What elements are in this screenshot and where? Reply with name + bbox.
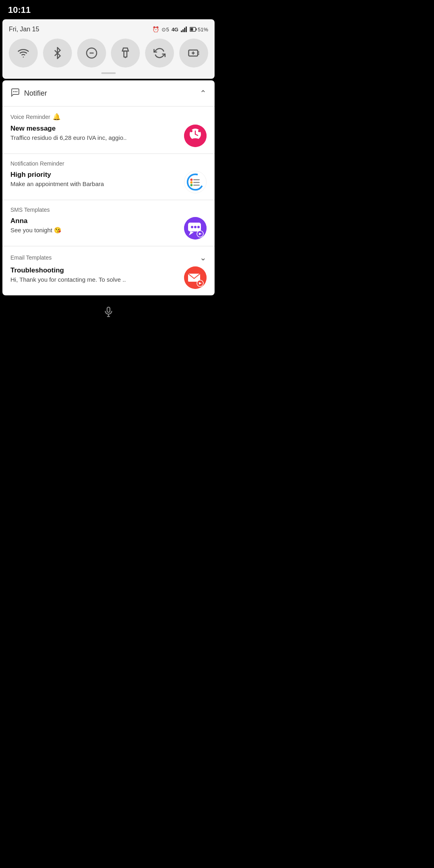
notif-title-sms: Anna [10, 217, 179, 225]
notif-desc-sms: See you tonight 😘 [10, 227, 179, 234]
notifier-header[interactable]: Notifier ⌃ [2, 80, 215, 106]
notif-body-voice-reminder: New message Traffico residuo di 6,28 eur… [10, 125, 207, 147]
svg-rect-47 [107, 307, 110, 312]
notification-notif-reminder[interactable]: Notification Reminder High priority Make… [2, 154, 215, 200]
svg-rect-2 [184, 28, 185, 32]
notif-card-header: Voice Reminder 🔔 [10, 113, 207, 121]
notification-sms-templates[interactable]: SMS Templates Anna See you tonight 😘 [2, 200, 215, 246]
svg-point-29 [190, 178, 192, 181]
signal-bars-icon [181, 27, 187, 32]
notif-avatar-email [184, 266, 207, 289]
svg-point-26 [198, 130, 201, 132]
svg-point-31 [190, 181, 192, 184]
qs-date: Fri, Jan 15 [9, 26, 39, 33]
notif-card-header-3: SMS Templates [10, 207, 207, 213]
svg-point-38 [191, 226, 193, 228]
notif-text-notif-reminder: High priority Make an appointment with B… [10, 171, 179, 187]
bluetooth-toggle[interactable] [43, 39, 72, 68]
status-bar: 10:11 [0, 0, 217, 19]
notif-title-notif-reminder: High priority [10, 171, 179, 179]
svg-rect-10 [124, 51, 127, 57]
email-templates-expand-icon[interactable]: ⌄ [200, 253, 207, 262]
notif-avatar-voice-reminder [184, 125, 207, 147]
autorotate-toggle[interactable] [145, 39, 174, 68]
notif-avatar-notif-reminder [184, 171, 207, 193]
notif-body-sms: Anna See you tonight 😘 [10, 217, 207, 240]
notif-text-email: Troubleshooting Hi, Thank you for contac… [10, 266, 179, 283]
notifier-title: Notifier [24, 89, 47, 98]
battery-icon: 51% [190, 27, 208, 33]
flashlight-toggle[interactable] [111, 39, 140, 68]
svg-point-39 [194, 226, 197, 228]
notif-desc-voice-reminder: Traffico residuo di 6,28 euro IVA inc, a… [10, 134, 179, 141]
notif-card-header-2: Notification Reminder [10, 160, 207, 167]
bottom-bar [0, 297, 217, 329]
location-icon: ⊙5 [162, 27, 169, 33]
qs-top-row: Fri, Jan 15 ⏰ ⊙5 4G [9, 26, 208, 33]
svg-rect-0 [181, 31, 182, 32]
wifi-toggle[interactable] [9, 39, 38, 68]
svg-point-33 [190, 184, 192, 186]
svg-rect-1 [182, 29, 184, 32]
notif-card-header-4: Email Templates ⌄ [10, 253, 207, 262]
svg-rect-6 [190, 28, 193, 31]
dnd-toggle[interactable] [77, 39, 106, 68]
svg-rect-3 [186, 27, 187, 32]
battery-saver-toggle[interactable] [179, 39, 208, 68]
notif-title-email: Troubleshooting [10, 266, 179, 274]
network-label: 4G [172, 27, 178, 33]
svg-point-25 [190, 130, 192, 132]
notif-title-voice-reminder: New message [10, 125, 179, 133]
notif-app-name-notif-reminder: Notification Reminder [10, 160, 64, 167]
notif-text-sms: Anna See you tonight 😘 [10, 217, 179, 234]
qs-drag-handle [101, 72, 116, 74]
notifications-panel: Notifier ⌃ Voice Reminder 🔔 New message … [2, 80, 215, 295]
svg-rect-5 [196, 29, 197, 31]
notif-body-email: Troubleshooting Hi, Thank you for contac… [10, 266, 207, 289]
bell-icon: 🔔 [53, 113, 61, 121]
notif-desc-notif-reminder: Make an appointment with Barbara [10, 180, 179, 187]
svg-point-7 [23, 57, 24, 58]
notifier-app-icon [10, 88, 20, 99]
microphone-icon[interactable] [103, 306, 114, 320]
quick-settings-panel: Fri, Jan 15 ⏰ ⊙5 4G [2, 19, 215, 79]
notification-voice-reminder[interactable]: Voice Reminder 🔔 New message Traffico re… [2, 106, 215, 154]
svg-point-24 [190, 138, 201, 145]
status-time: 10:11 [8, 5, 31, 15]
notif-app-name-voice-reminder: Voice Reminder 🔔 [10, 113, 61, 121]
notif-desc-email: Hi, Thank you for contacting me. To solv… [10, 276, 179, 283]
battery-percent: 51% [198, 27, 208, 33]
notification-email-templates[interactable]: Email Templates ⌄ Troubleshooting Hi, Th… [2, 246, 215, 295]
notif-avatar-sms [184, 217, 207, 240]
notifier-collapse-icon[interactable]: ⌃ [200, 88, 207, 98]
svg-point-40 [197, 226, 200, 228]
notif-app-name-sms: SMS Templates [10, 207, 50, 213]
notif-body-notif-reminder: High priority Make an appointment with B… [10, 171, 207, 193]
notif-app-name-email: Email Templates [10, 254, 51, 261]
notif-text-voice-reminder: New message Traffico residuo di 6,28 eur… [10, 125, 179, 141]
alarm-icon: ⏰ [152, 26, 159, 33]
notifier-header-left: Notifier [10, 88, 47, 99]
qs-toggles [9, 39, 208, 68]
qs-status-icons: ⏰ ⊙5 4G 51% [152, 26, 208, 33]
